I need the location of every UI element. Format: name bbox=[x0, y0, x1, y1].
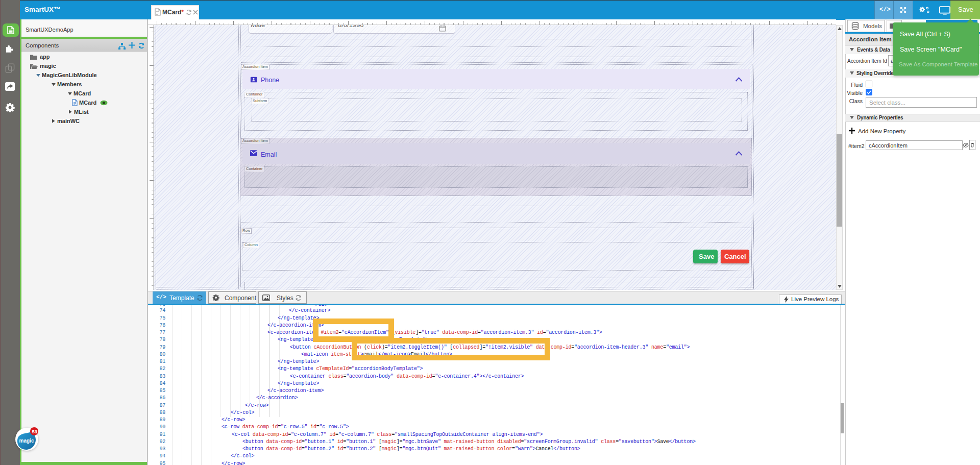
svg-text:magic: magic bbox=[19, 438, 34, 444]
